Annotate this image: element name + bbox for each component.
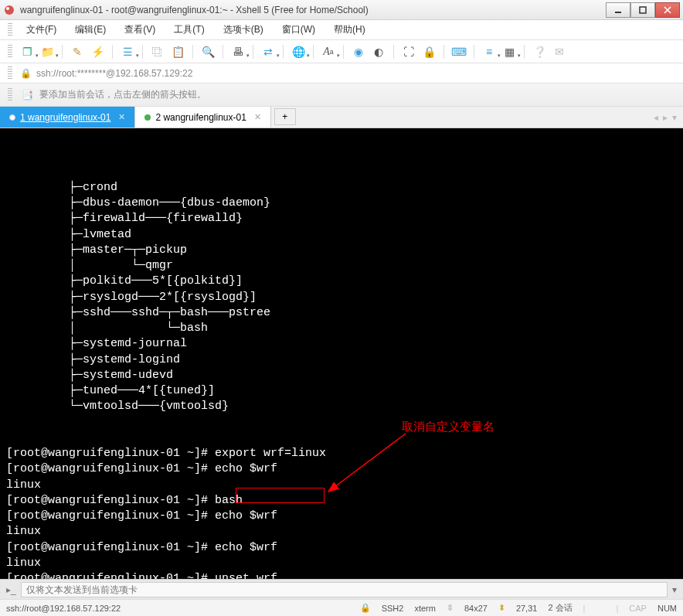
tab-label: 1 wangruifenglinux-01 <box>20 112 110 123</box>
bookmark-add-icon[interactable]: 📑 <box>22 90 33 100</box>
open-folder-icon[interactable]: 📁▾ <box>39 43 56 60</box>
send-input-field[interactable] <box>21 582 668 597</box>
status-term: xterm <box>414 604 436 613</box>
terminal-line: linux <box>6 556 677 571</box>
plus-icon: + <box>282 111 287 122</box>
tab-session-2[interactable]: 2 wangruifenglinux-01 ✕ <box>135 107 270 128</box>
lock-icon[interactable]: 🔒 <box>420 43 437 60</box>
terminal-size-icon: ⇳ <box>447 603 454 613</box>
reconnect-icon[interactable]: ✎ <box>69 43 86 60</box>
keyboard-icon[interactable]: ⌨ <box>450 43 467 60</box>
print-icon[interactable]: 🖶▾ <box>229 43 246 60</box>
menu-view[interactable]: 查看(V) <box>117 22 163 38</box>
tab-next-icon[interactable]: ▸ <box>663 112 668 123</box>
terminal-line: [root@wangruifenglinux-01 ~]# echo $wrf <box>6 540 677 556</box>
tab-session-1[interactable]: 1 wangruifenglinux-01 ✕ <box>0 107 135 128</box>
svg-rect-2 <box>615 12 621 13</box>
status-size: 84x27 <box>464 604 488 613</box>
svg-point-1 <box>6 7 9 10</box>
titlebar-text: wangruifenglinux-01 - root@wangruifengli… <box>20 5 606 15</box>
svg-point-0 <box>5 5 14 15</box>
terminal-line: linux <box>6 524 677 539</box>
toolbar-sep <box>223 45 223 59</box>
toolbar-sep <box>524 45 525 59</box>
toolbar-sep <box>474 45 474 59</box>
addressbar-text[interactable]: ssh://root:********@192.168.57.129:22 <box>36 68 675 79</box>
terminal-line: ├─lvmetad <box>6 227 677 243</box>
menubar: 文件(F) 编辑(E) 查看(V) 工具(T) 选项卡(B) 窗口(W) 帮助(… <box>0 20 683 40</box>
maximize-button[interactable] <box>630 2 655 18</box>
terminal[interactable]: ├─crond ├─dbus-daemon───{dbus-daemon} ├─… <box>0 128 683 579</box>
tab-status-dot <box>144 114 151 121</box>
terminal-line: linux <box>6 478 677 493</box>
terminal-line: ├─polkitd───5*[{polkitd}] <box>6 274 677 289</box>
status-cursor-pos: 27,31 <box>516 604 538 613</box>
fullscreen-icon[interactable]: ⛶ <box>400 43 417 60</box>
copy-icon[interactable]: ⿻ <box>149 43 166 60</box>
new-session-icon[interactable]: ❐▾ <box>19 43 36 60</box>
minimize-button[interactable] <box>606 2 630 18</box>
help-icon[interactable]: ❔ <box>531 43 548 60</box>
terminal-line: └─vmtoolsd───{vmtoolsd} <box>6 399 677 414</box>
terminal-line: ├─systemd-logind <box>6 352 677 368</box>
annotation-text: 取消自定义变量名 <box>402 419 494 434</box>
menu-edit[interactable]: 编辑(E) <box>67 22 114 38</box>
toolbar-sep <box>142 45 143 59</box>
toolbar: ❐▾ 📁▾ ✎ ⚡ ☰▾ ⿻ 📋 🔍 🖶▾ ⇄▾ 🌐▾ Aa▾ ◉ ◐ ⛶ 🔒 … <box>0 40 683 63</box>
tipbar-grip[interactable] <box>8 88 12 102</box>
tab-bar: 1 wangruifenglinux-01 ✕ 2 wangruifenglin… <box>0 107 683 128</box>
tab-add-button[interactable]: + <box>274 108 296 125</box>
tab-close-icon[interactable]: ✕ <box>254 112 261 122</box>
layout-icon[interactable]: ▦▾ <box>501 43 518 60</box>
send-input-bar: ▸_ ▾ <box>0 579 683 599</box>
terminal-line: ├─rsyslogd───2*[{rsyslogd}] <box>6 290 677 305</box>
paste-icon[interactable]: 📋 <box>169 43 186 60</box>
toolbar-sep <box>283 45 284 59</box>
menu-window[interactable]: 窗口(W) <box>274 22 323 38</box>
app-icon <box>3 4 15 16</box>
menu-help[interactable]: 帮助(H) <box>326 22 373 38</box>
menu-grip[interactable] <box>8 23 12 37</box>
script-icon[interactable]: ≡▾ <box>481 43 498 60</box>
toolbar-sep <box>192 45 193 59</box>
disconnect-icon[interactable]: ⚡ <box>89 43 106 60</box>
status-sessions: 2 会话 <box>548 602 572 614</box>
terminal-line: │ └─bash <box>6 321 677 336</box>
terminal-line: [root@wangruifenglinux-01 ~]# unset wrf <box>6 571 677 579</box>
window-controls <box>606 2 680 18</box>
terminal-line: [root@wangruifenglinux-01 ~]# export wrf… <box>6 446 677 461</box>
lock-status-icon: 🔒 <box>360 603 371 613</box>
terminal-line: ├─systemd-udevd <box>6 368 677 383</box>
properties-icon[interactable]: ☰▾ <box>119 43 136 60</box>
lock-small-icon: 🔒 <box>20 68 32 79</box>
tab-close-icon[interactable]: ✕ <box>118 112 125 122</box>
menu-tools[interactable]: 工具(T) <box>166 22 212 38</box>
menu-file[interactable]: 文件(F) <box>19 22 64 38</box>
terminal-line: ├─firewalld───{firewalld} <box>6 211 677 226</box>
tab-list-icon[interactable]: ▾ <box>672 112 677 123</box>
addressbar-grip[interactable] <box>8 66 12 80</box>
font-icon[interactable]: Aa▾ <box>320 43 337 60</box>
tab-prev-icon[interactable]: ◂ <box>654 112 658 123</box>
tip-bar: 📑 要添加当前会话，点击左侧的箭头按钮。 <box>0 83 683 107</box>
titlebar[interactable]: wangruifenglinux-01 - root@wangruifengli… <box>0 0 683 20</box>
toolbar-grip[interactable] <box>8 45 12 59</box>
send-input-icon[interactable]: ▸_ <box>6 584 16 595</box>
terminal-line: ├─crond <box>6 180 677 196</box>
find-icon[interactable]: 🔍 <box>199 43 216 60</box>
send-input-dropdown-icon[interactable]: ▾ <box>672 584 677 595</box>
toolbar-sep <box>253 45 253 59</box>
close-button[interactable] <box>655 2 680 18</box>
color-scheme-icon[interactable]: ◉ <box>350 43 367 60</box>
cursor-pos-icon: ⬍ <box>498 603 505 613</box>
terminal-line: │ └─qmgr <box>6 258 677 274</box>
globe-icon[interactable]: 🌐▾ <box>290 43 307 60</box>
menu-tab[interactable]: 选项卡(B) <box>216 22 271 38</box>
tab-nav: ◂ ▸ ▾ <box>647 107 683 128</box>
toolbar-sep <box>343 45 344 59</box>
about-icon[interactable]: ✉ <box>551 43 568 60</box>
toolbar-sep <box>62 45 63 59</box>
highlight-icon[interactable]: ◐ <box>370 43 387 60</box>
terminal-line: ├─sshd───sshd─┬─bash───pstree <box>6 305 677 321</box>
transfer-icon[interactable]: ⇄▾ <box>260 43 277 60</box>
